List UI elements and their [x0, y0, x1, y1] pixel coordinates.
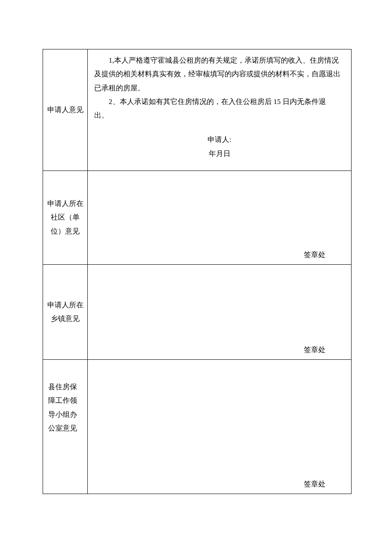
township-opinion-row: 申请人所在乡镇意见 签章处	[43, 265, 352, 360]
county-office-opinion-content: 签章处	[88, 360, 352, 494]
statement-text: 1,本人严格遵守霍城县公租房的有关规定，承诺所填写的收入、住房情况	[94, 54, 345, 67]
approval-form-table: 申请人意见 1,本人严格遵守霍城县公租房的有关规定，承诺所填写的收入、住房情况 …	[43, 49, 352, 494]
statement-text: 及提供的相关材料真实有效，经审核填写的内容或提供的材料不实，自愿退出	[94, 67, 345, 81]
applicant-opinion-row: 申请人意见 1,本人严格遵守霍城县公租房的有关规定，承诺所填写的收入、住房情况 …	[43, 49, 352, 171]
applicant-opinion-content: 1,本人严格遵守霍城县公租房的有关规定，承诺所填写的收入、住房情况 及提供的相关…	[88, 49, 352, 171]
township-opinion-label: 申请人所在乡镇意见	[43, 265, 88, 360]
community-opinion-content: 签章处	[88, 171, 352, 265]
seal-label: 签章处	[304, 343, 326, 357]
statement-text: 2、本人承诺如有其它住房情况的，在入住公租房后 15 日内无条件退	[94, 95, 345, 109]
date-label: 年月日	[94, 147, 345, 161]
community-opinion-row: 申请人所在社区（单位）意见 签章处	[43, 171, 352, 265]
seal-label: 签章处	[304, 477, 326, 491]
seal-label: 签章处	[304, 248, 326, 262]
statement-text: 出。	[94, 109, 345, 122]
statement-text: 已承租的房屋。	[94, 81, 345, 95]
community-opinion-label: 申请人所在社区（单位）意见	[43, 171, 88, 265]
county-office-opinion-label: 县住房保障工作领导小组办公室意见	[43, 360, 88, 494]
county-office-label-text: 县住房保障工作领导小组办公室意见	[44, 380, 86, 435]
applicant-signature-label: 申请人:	[94, 133, 345, 147]
county-office-opinion-row: 县住房保障工作领导小组办公室意见 签章处	[43, 360, 352, 494]
applicant-opinion-label: 申请人意见	[43, 49, 88, 171]
township-opinion-content: 签章处	[88, 265, 352, 360]
